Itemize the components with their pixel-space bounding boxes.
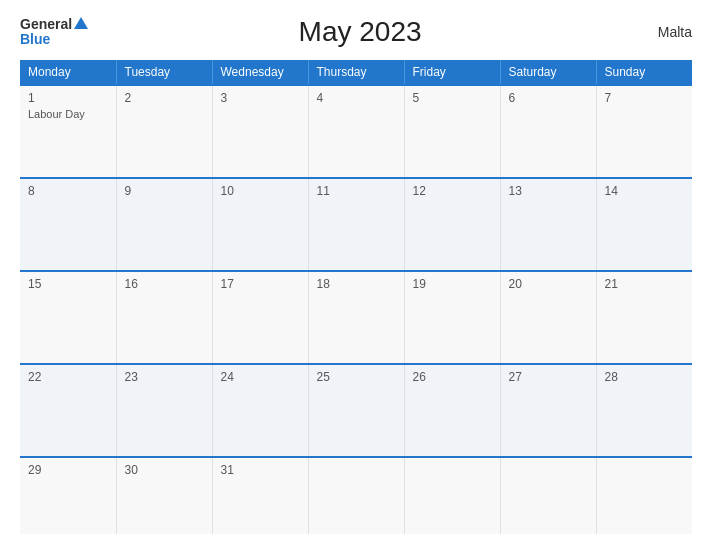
cell-w2-d4: 11 [308,178,404,271]
logo-triangle-icon [74,17,88,29]
cell-w5-d5 [404,457,500,534]
cell-w1-d4: 4 [308,85,404,178]
header-sunday: Sunday [596,60,692,85]
logo-general-text: General [20,17,72,32]
month-title: May 2023 [88,16,632,48]
day-number: 5 [413,91,492,105]
cell-w3-d5: 19 [404,271,500,364]
day-number: 17 [221,277,300,291]
day-number: 3 [221,91,300,105]
cell-w4-d3: 24 [212,364,308,457]
cell-w5-d4 [308,457,404,534]
header-saturday: Saturday [500,60,596,85]
cell-w1-d6: 6 [500,85,596,178]
day-number: 27 [509,370,588,384]
cell-w4-d5: 26 [404,364,500,457]
cell-w5-d2: 30 [116,457,212,534]
cell-w2-d3: 10 [212,178,308,271]
cell-w2-d2: 9 [116,178,212,271]
cell-w1-d5: 5 [404,85,500,178]
cell-w4-d1: 22 [20,364,116,457]
logo: General Blue [20,17,88,48]
day-number: 2 [125,91,204,105]
day-number: 30 [125,463,204,477]
header: General Blue May 2023 Malta [20,16,692,48]
country-label: Malta [632,24,692,40]
cell-w2-d1: 8 [20,178,116,271]
day-number: 24 [221,370,300,384]
day-number: 16 [125,277,204,291]
day-number: 14 [605,184,685,198]
header-wednesday: Wednesday [212,60,308,85]
week-row-2: 891011121314 [20,178,692,271]
day-number: 22 [28,370,108,384]
day-number: 9 [125,184,204,198]
week-row-3: 15161718192021 [20,271,692,364]
header-tuesday: Tuesday [116,60,212,85]
cell-w5-d7 [596,457,692,534]
day-number: 21 [605,277,685,291]
day-number: 28 [605,370,685,384]
day-number: 31 [221,463,300,477]
days-header-row: Monday Tuesday Wednesday Thursday Friday… [20,60,692,85]
cell-w3-d7: 21 [596,271,692,364]
holiday-label: Labour Day [28,108,108,120]
cell-w4-d6: 27 [500,364,596,457]
calendar-table: Monday Tuesday Wednesday Thursday Friday… [20,60,692,534]
cell-w3-d1: 15 [20,271,116,364]
day-number: 23 [125,370,204,384]
day-number: 1 [28,91,108,105]
week-row-1: 1Labour Day234567 [20,85,692,178]
week-row-4: 22232425262728 [20,364,692,457]
day-number: 13 [509,184,588,198]
header-friday: Friday [404,60,500,85]
cell-w1-d3: 3 [212,85,308,178]
day-number: 7 [605,91,685,105]
day-number: 25 [317,370,396,384]
cell-w3-d4: 18 [308,271,404,364]
cell-w2-d5: 12 [404,178,500,271]
cell-w4-d4: 25 [308,364,404,457]
cell-w1-d7: 7 [596,85,692,178]
cell-w5-d1: 29 [20,457,116,534]
day-number: 4 [317,91,396,105]
cell-w4-d2: 23 [116,364,212,457]
cell-w5-d6 [500,457,596,534]
day-number: 11 [317,184,396,198]
cell-w3-d3: 17 [212,271,308,364]
day-number: 15 [28,277,108,291]
day-number: 10 [221,184,300,198]
cell-w5-d3: 31 [212,457,308,534]
logo-blue-text: Blue [20,32,50,47]
cell-w2-d6: 13 [500,178,596,271]
day-number: 19 [413,277,492,291]
day-number: 8 [28,184,108,198]
day-number: 18 [317,277,396,291]
cell-w3-d6: 20 [500,271,596,364]
cell-w2-d7: 14 [596,178,692,271]
cell-w1-d2: 2 [116,85,212,178]
cell-w4-d7: 28 [596,364,692,457]
week-row-5: 293031 [20,457,692,534]
day-number: 29 [28,463,108,477]
day-number: 6 [509,91,588,105]
day-number: 12 [413,184,492,198]
header-monday: Monday [20,60,116,85]
day-number: 20 [509,277,588,291]
cell-w3-d2: 16 [116,271,212,364]
day-number: 26 [413,370,492,384]
calendar-page: General Blue May 2023 Malta Monday Tuesd… [0,0,712,550]
header-thursday: Thursday [308,60,404,85]
cell-w1-d1: 1Labour Day [20,85,116,178]
